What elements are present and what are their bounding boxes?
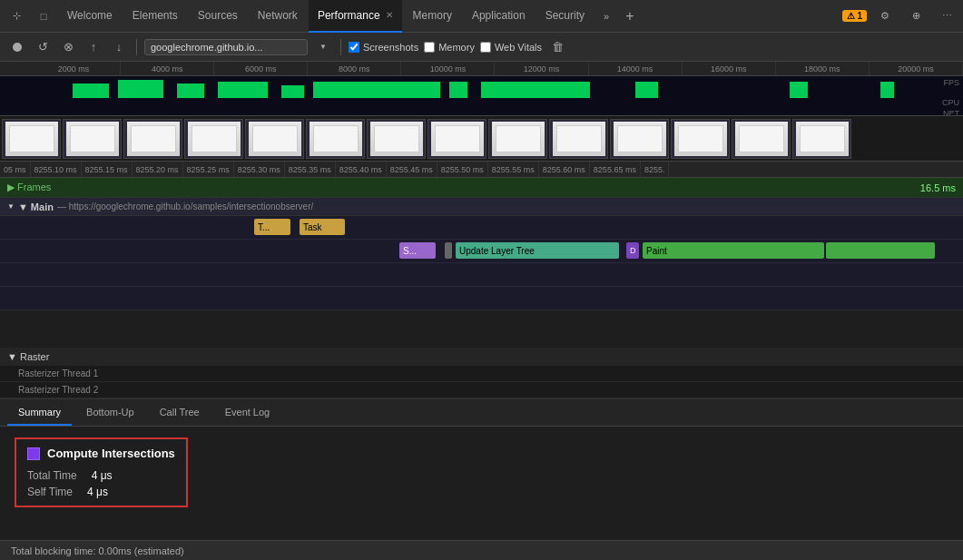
flame-track-3[interactable] bbox=[0, 263, 963, 287]
time-tick-12000: 12000 ms bbox=[495, 62, 588, 75]
flame-chart[interactable]: ▼ ▼ Main — https://googlechrome.github.i… bbox=[0, 198, 963, 348]
flame-track-4[interactable] bbox=[0, 287, 963, 310]
detail-tick-3: 8255.20 ms bbox=[133, 162, 183, 177]
screenshot-thumb-4[interactable] bbox=[245, 119, 304, 159]
task-bar-task[interactable]: Task bbox=[300, 219, 345, 235]
detail-tick-2: 8255.15 ms bbox=[82, 162, 133, 177]
timeline-overview[interactable]: 2000 ms 4000 ms 6000 ms 8000 ms 10000 ms… bbox=[0, 62, 963, 116]
screenshot-thumb-0[interactable] bbox=[2, 119, 61, 159]
screenshot-thumb-inner-11 bbox=[674, 122, 727, 156]
update-layer-tree-bar[interactable]: Update Layer Tree bbox=[456, 242, 619, 259]
url-dropdown-icon[interactable]: ▼ bbox=[313, 37, 333, 57]
fps-label: FPS bbox=[943, 78, 959, 87]
tab-network[interactable]: Network bbox=[249, 0, 307, 33]
tab-event-log[interactable]: Event Log bbox=[214, 399, 281, 426]
screenshot-thumb-10[interactable] bbox=[610, 119, 669, 159]
tab-sources[interactable]: Sources bbox=[189, 0, 247, 33]
profile-icon[interactable]: ⊕ bbox=[903, 4, 929, 29]
screenshot-thumb-inner-8 bbox=[492, 122, 545, 156]
clear-button[interactable]: ⊗ bbox=[58, 37, 78, 57]
compute-d-bar[interactable]: D bbox=[626, 242, 639, 259]
status-bar-text: Total blocking time: 0.00ms (estimated) bbox=[11, 545, 184, 556]
screenshot-strip[interactable]: // Will be populated programmatically be… bbox=[0, 116, 963, 162]
time-tick-16000: 16000 ms bbox=[683, 62, 776, 75]
settings-icon[interactable]: ⚙ bbox=[872, 4, 898, 29]
time-ruler: 2000 ms 4000 ms 6000 ms 8000 ms 10000 ms… bbox=[0, 62, 963, 76]
tab-memory[interactable]: Memory bbox=[404, 0, 461, 33]
web-vitals-checkbox[interactable] bbox=[480, 42, 491, 53]
screenshot-thumb-inner-6 bbox=[370, 122, 423, 156]
detail-tick-7: 8255.40 ms bbox=[336, 162, 387, 177]
tab-security[interactable]: Security bbox=[536, 0, 594, 33]
detail-tick-9: 8255.50 ms bbox=[437, 162, 488, 177]
thumb-content-13 bbox=[800, 125, 845, 152]
raster-thread-2: Rasterizer Thread 2 bbox=[0, 382, 963, 398]
tab-bottom-up[interactable]: Bottom-Up bbox=[75, 399, 145, 426]
detail-tick-10: 8255.55 ms bbox=[488, 162, 539, 177]
screenshot-thumb-3[interactable] bbox=[184, 119, 243, 159]
fps-rect-8 bbox=[481, 82, 590, 98]
bottom-panel: Summary Bottom-Up Call Tree Event Log Co… bbox=[0, 399, 963, 540]
upload-button[interactable]: ↑ bbox=[84, 37, 103, 57]
screenshot-thumb-inner-7 bbox=[431, 122, 484, 156]
total-time-label: Total Time bbox=[27, 469, 77, 482]
screenshot-thumb-inner-9 bbox=[553, 122, 605, 156]
tab-performance-close[interactable]: ✕ bbox=[386, 10, 393, 20]
main-section-url: — https://googlechrome.github.io/samples… bbox=[57, 201, 313, 211]
script-bar[interactable]: S... bbox=[399, 242, 436, 259]
refresh-button[interactable]: ↺ bbox=[33, 37, 53, 57]
memory-checkbox[interactable] bbox=[424, 42, 435, 53]
net-label: NET bbox=[943, 109, 959, 116]
task-bar-t[interactable]: T... bbox=[254, 219, 290, 235]
summary-color-box bbox=[27, 447, 40, 460]
tab-welcome[interactable]: Welcome bbox=[58, 0, 122, 33]
download-button[interactable]: ↓ bbox=[109, 37, 129, 57]
screenshot-thumb-8[interactable] bbox=[488, 119, 547, 159]
trash-button[interactable]: 🗑 bbox=[547, 37, 567, 57]
self-time-value: 4 μs bbox=[87, 486, 108, 498]
total-time-value: 4 μs bbox=[92, 469, 113, 482]
warning-badge[interactable]: ⚠ 1 bbox=[842, 10, 867, 22]
screenshot-thumb-7[interactable] bbox=[427, 119, 486, 159]
web-vitals-label: Web Vitals bbox=[495, 42, 542, 53]
spacer-bar[interactable] bbox=[445, 242, 452, 259]
main-section-label: ▼ Main bbox=[18, 201, 54, 212]
flame-track-2[interactable]: S... Update Layer Tree D Paint 4 μs bbox=[0, 240, 963, 263]
inspector-icon[interactable]: □ bbox=[31, 4, 56, 29]
memory-checkbox-item[interactable]: Memory bbox=[424, 42, 475, 53]
toolbar-sep-1 bbox=[136, 39, 137, 55]
thumb-content-1 bbox=[70, 125, 115, 152]
screenshot-thumb-2[interactable] bbox=[123, 119, 182, 159]
tab-performance[interactable]: Performance ✕ bbox=[309, 0, 402, 33]
screenshot-thumb-5[interactable] bbox=[306, 119, 365, 159]
screenshot-thumb-11[interactable] bbox=[671, 119, 730, 159]
tab-application[interactable]: Application bbox=[463, 0, 535, 33]
green-ext-bar[interactable] bbox=[826, 242, 935, 259]
screenshot-thumb-1[interactable] bbox=[63, 119, 122, 159]
cpu-label: CPU bbox=[942, 98, 959, 107]
fps-rect-1 bbox=[73, 84, 109, 98]
thumb-content-5 bbox=[313, 125, 359, 152]
raster-thread-1: Rasterizer Thread 1 bbox=[0, 366, 963, 382]
tab-elements[interactable]: Elements bbox=[123, 0, 187, 33]
web-vitals-checkbox-item[interactable]: Web Vitals bbox=[480, 42, 542, 53]
tab-summary[interactable]: Summary bbox=[7, 399, 72, 426]
tab-add-button[interactable]: + bbox=[619, 5, 641, 27]
raster-header[interactable]: ▼ Raster bbox=[0, 348, 963, 366]
screenshot-thumb-9[interactable] bbox=[549, 119, 608, 159]
cursor-icon[interactable]: ⊹ bbox=[4, 4, 29, 29]
screenshot-thumb-6[interactable] bbox=[367, 119, 426, 159]
screenshots-checkbox[interactable] bbox=[349, 42, 359, 53]
more-options-icon[interactable]: ⋯ bbox=[934, 4, 959, 29]
tab-more-button[interactable]: » bbox=[595, 5, 617, 27]
paint-bar[interactable]: Paint bbox=[643, 242, 824, 259]
screenshots-checkbox-item[interactable]: Screenshots bbox=[349, 42, 418, 53]
detail-tick-0: 05 ms bbox=[0, 162, 31, 177]
screenshot-thumb-inner-10 bbox=[614, 122, 666, 156]
tab-bar: ⊹ □ Welcome Elements Sources Network Per… bbox=[0, 0, 963, 33]
flame-track-1[interactable]: T... Task bbox=[0, 216, 963, 240]
screenshot-thumb-12[interactable] bbox=[732, 119, 791, 159]
tab-call-tree[interactable]: Call Tree bbox=[149, 399, 211, 426]
record-button[interactable] bbox=[7, 37, 27, 57]
screenshot-thumb-13[interactable] bbox=[792, 119, 851, 159]
